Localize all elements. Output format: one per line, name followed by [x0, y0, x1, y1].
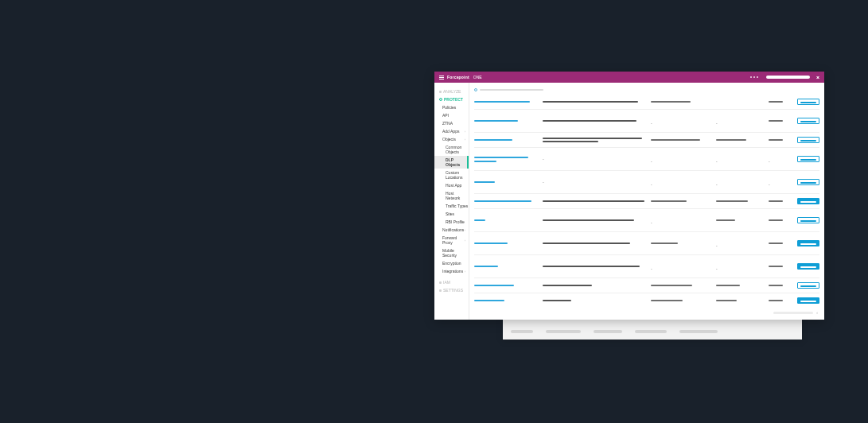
nav-item-api[interactable]: API	[434, 111, 469, 119]
nav-item-mobile-security[interactable]: Mobile Security	[434, 246, 469, 259]
nav-item-encryption[interactable]: Encryption	[434, 259, 469, 267]
nav-section-iam[interactable]: IAM	[434, 278, 469, 286]
info-icon	[474, 88, 477, 91]
nav-sub-common-objects[interactable]: Common Objects	[434, 143, 469, 156]
chevron-right-icon: ›	[465, 130, 465, 134]
row-action-button[interactable]	[797, 263, 819, 270]
nav-sub-custom-locations[interactable]: Custom Locations	[434, 169, 469, 181]
brand-suffix: ONE	[473, 75, 482, 80]
nav-section-protect[interactable]: PROTECT	[434, 95, 469, 103]
nav-section-analyze[interactable]: ANALYZE	[434, 87, 469, 95]
table-row	[474, 133, 819, 148]
row-action-button[interactable]	[797, 137, 819, 143]
chevron-right-icon: ›	[465, 138, 465, 142]
row-action-button[interactable]	[797, 179, 819, 185]
table-row	[474, 95, 819, 110]
row-action-button[interactable]	[797, 198, 819, 204]
row-action-button[interactable]	[797, 156, 819, 162]
table-row: ----	[474, 171, 819, 194]
row-action-button[interactable]	[797, 282, 819, 289]
nav-sub-dlp-objects[interactable]: DLP Objects	[434, 156, 469, 169]
nav-section-settings[interactable]: SETTINGS	[434, 286, 469, 294]
table-row	[474, 293, 819, 308]
row-action-button[interactable]	[797, 297, 819, 304]
nav-sub-host-app[interactable]: Host App	[434, 181, 469, 189]
app-window: ForcepointONE ANALYZEPROTECT PoliciesAPI…	[434, 72, 824, 320]
main-content: -------------- ‹	[469, 83, 824, 320]
table-row: --	[474, 110, 819, 133]
row-action-button[interactable]	[797, 217, 819, 223]
nav-item-integrations[interactable]: Integrations›	[434, 267, 469, 275]
close-icon[interactable]	[816, 76, 819, 79]
nav-sub-traffic-types[interactable]: Traffic Types	[434, 202, 469, 210]
nav-sub-host-network[interactable]: Host Network	[434, 189, 469, 202]
nav-item-policies[interactable]: Policies	[434, 103, 469, 111]
chevron-right-icon: ›	[465, 270, 465, 274]
menu-icon[interactable]	[439, 76, 444, 80]
row-action-button[interactable]	[797, 99, 819, 105]
row-action-button[interactable]	[797, 240, 819, 246]
nav-sub-sites[interactable]: Sites	[434, 210, 469, 218]
nav-item-notifications[interactable]: Notifications›	[434, 226, 469, 234]
chevron-right-icon: ›	[465, 228, 465, 232]
table-row: ----	[474, 148, 819, 171]
table-row: -	[474, 232, 819, 255]
header-pill[interactable]	[766, 76, 810, 79]
table-row: --	[474, 255, 819, 278]
info-banner	[474, 87, 819, 91]
nav-item-objects[interactable]: Objects›	[434, 135, 469, 143]
header-action-dots[interactable]	[750, 76, 758, 78]
row-action-button[interactable]	[797, 118, 819, 124]
nav-item-ztna[interactable]: ZTNA	[434, 119, 469, 127]
horizontal-scroll[interactable]: ‹	[474, 308, 819, 315]
nav-sub-rbi-profile[interactable]: RBI Profile	[434, 218, 469, 226]
title-bar: ForcepointONE	[434, 72, 824, 83]
table-row: -	[474, 209, 819, 232]
sidebar: ANALYZEPROTECT PoliciesAPIZTNAAdd Apps›O…	[434, 83, 469, 320]
dlp-objects-table: --------------	[474, 95, 819, 308]
chevron-right-icon: ›	[465, 239, 465, 243]
nav-item-add-apps[interactable]: Add Apps›	[434, 127, 469, 135]
chevron-left-icon[interactable]: ‹	[816, 310, 818, 315]
nav-item-forward-proxy[interactable]: Forward Proxy›	[434, 234, 469, 246]
brand-name: Forcepoint	[447, 75, 469, 80]
table-row	[474, 194, 819, 209]
table-row	[474, 278, 819, 293]
